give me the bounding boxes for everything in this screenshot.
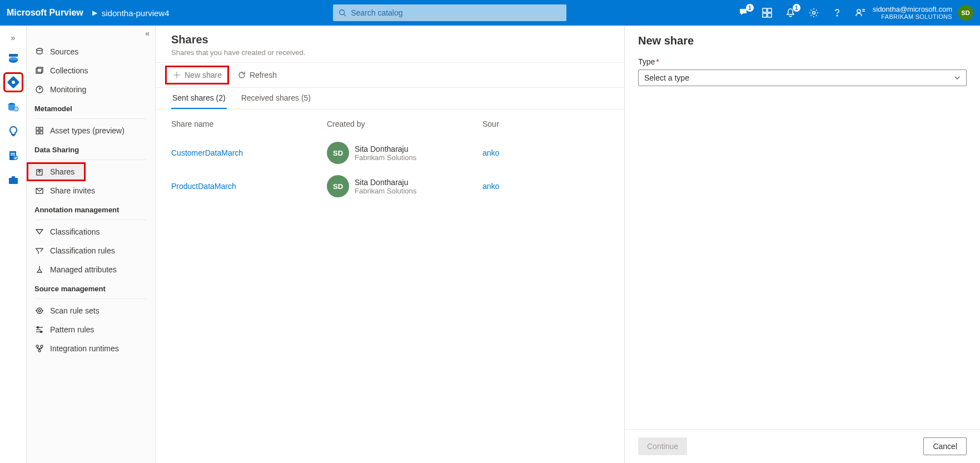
rail-policy-icon[interactable] xyxy=(4,147,22,165)
sidebar-item-share-invites[interactable]: Share invites xyxy=(27,181,155,200)
share-name-link[interactable]: CustomerDataMarch xyxy=(171,148,243,157)
svg-point-42 xyxy=(38,350,41,352)
sidebar-item-label: Integration runtimes xyxy=(50,344,119,353)
sidebar-item-label: Asset types (preview) xyxy=(50,126,125,135)
sidebar-collapse-icon[interactable]: « xyxy=(145,29,150,38)
table-row: ProductDataMarch SD Sita Dontharaju Fabr… xyxy=(156,170,624,203)
type-select[interactable]: Select a type xyxy=(638,69,967,86)
refresh-button[interactable]: Refresh xyxy=(233,68,281,82)
rail-insights-icon[interactable] xyxy=(4,122,22,140)
share-name-link[interactable]: ProductDataMarch xyxy=(171,182,236,191)
svg-rect-3 xyxy=(768,8,772,12)
rail-data-estate-icon[interactable] xyxy=(4,98,22,116)
asset-types-icon xyxy=(34,126,44,136)
sidebar-item-monitoring[interactable]: Monitoring xyxy=(27,80,155,99)
svg-rect-19 xyxy=(11,155,15,156)
avatar[interactable]: SD xyxy=(958,5,973,21)
tab-sent-shares[interactable]: Sent shares (2) xyxy=(171,88,227,109)
svg-rect-28 xyxy=(40,127,43,130)
sidebar-item-label: Share invites xyxy=(50,186,95,195)
support-icon[interactable] xyxy=(854,6,867,19)
table-header: Share name Created by Sour xyxy=(156,109,624,136)
account-org: FABRIKAM SOLUTIONS xyxy=(881,13,952,21)
breadcrumb-chevron-icon: ▶ xyxy=(92,9,97,17)
panel-title: New share xyxy=(638,34,967,47)
svg-point-39 xyxy=(41,331,42,333)
sidebar-item-scan-rule-sets[interactable]: Scan rule sets xyxy=(27,301,155,320)
left-rail: » xyxy=(0,26,27,463)
type-field-label: Type* xyxy=(638,57,967,66)
notifications-icon[interactable]: 1 xyxy=(784,6,797,19)
sidebar-item-collections[interactable]: Collections xyxy=(27,61,155,80)
sidebar-item-label: Monitoring xyxy=(50,85,86,94)
rail-data-catalog-icon[interactable] xyxy=(4,49,22,67)
svg-point-15 xyxy=(14,107,18,111)
col-source[interactable]: Sour xyxy=(482,120,609,128)
settings-icon[interactable] xyxy=(807,6,820,19)
source-link[interactable]: anko xyxy=(482,148,499,157)
notifications-badge: 1 xyxy=(793,4,800,12)
sidebar-item-label: Classifications xyxy=(50,227,100,236)
classifications-icon xyxy=(34,227,44,237)
feedback-icon[interactable]: 1 xyxy=(737,6,750,19)
chevron-down-icon xyxy=(954,74,961,81)
sidebar-item-label: Pattern rules xyxy=(50,325,94,334)
svg-point-38 xyxy=(37,327,39,328)
refresh-icon xyxy=(237,71,246,79)
svg-rect-29 xyxy=(36,131,39,134)
sidebar-item-managed-attributes[interactable]: Managed attributes xyxy=(27,260,155,279)
continue-button[interactable]: Continue xyxy=(638,437,687,455)
col-share-name[interactable]: Share name xyxy=(171,120,327,128)
new-share-button[interactable]: New share xyxy=(167,67,227,83)
scan-rule-sets-icon xyxy=(34,306,44,316)
product-name[interactable]: Microsoft Purview xyxy=(7,8,83,18)
workspace-name[interactable]: sidontha-purview4 xyxy=(102,8,170,18)
source-link[interactable]: anko xyxy=(482,182,499,191)
svg-rect-9 xyxy=(9,54,18,57)
cancel-button[interactable]: Cancel xyxy=(923,437,967,455)
rail-data-map-icon[interactable] xyxy=(4,73,22,91)
sidebar-item-label: Managed attributes xyxy=(50,265,117,274)
svg-point-6 xyxy=(812,12,815,14)
creator-avatar: SD xyxy=(327,142,349,164)
new-share-panel: New share Type* Select a type Continue C… xyxy=(624,26,980,463)
tabs: Sent shares (2) Received shares (5) xyxy=(156,88,624,109)
creator-org: Fabrikam Solutions xyxy=(355,153,416,162)
sources-icon xyxy=(34,47,44,57)
shares-icon xyxy=(34,167,44,177)
rail-management-icon[interactable] xyxy=(4,171,22,189)
sidebar-item-sources[interactable]: Sources xyxy=(27,42,155,61)
pattern-rules-icon xyxy=(34,325,44,335)
refresh-label: Refresh xyxy=(250,71,277,79)
page-title: Shares xyxy=(171,33,609,46)
search-input[interactable]: Search catalog xyxy=(333,4,566,21)
sidebar-item-classifications[interactable]: Classifications xyxy=(27,222,155,241)
sidebar-item-pattern-rules[interactable]: Pattern rules xyxy=(27,320,155,339)
sidebar-group-metamodel: Metamodel xyxy=(27,99,155,116)
sidebar-group-source-mgmt: Source management xyxy=(27,279,155,296)
sidebar-item-label: Shares xyxy=(50,167,74,176)
svg-rect-27 xyxy=(36,127,39,130)
new-share-label: New share xyxy=(185,71,222,79)
sidebar-item-asset-types[interactable]: Asset types (preview) xyxy=(27,121,155,140)
sidebar-item-shares[interactable]: Shares xyxy=(27,162,86,181)
app-header: Microsoft Purview ▶ sidontha-purview4 Se… xyxy=(0,0,980,26)
integration-runtimes-icon xyxy=(34,343,44,354)
account-info[interactable]: sidontha@microsoft.com FABRIKAM SOLUTION… xyxy=(873,5,952,21)
plus-icon xyxy=(172,71,181,79)
sidebar-item-label: Scan rule sets xyxy=(50,306,100,315)
tab-received-shares[interactable]: Received shares (5) xyxy=(240,88,312,109)
sidebar-item-integration-runtimes[interactable]: Integration runtimes xyxy=(27,339,155,358)
sidebar-item-label: Sources xyxy=(50,47,78,56)
share-invites-icon xyxy=(34,186,44,196)
rail-expand-icon[interactable]: » xyxy=(0,30,26,46)
creator-avatar: SD xyxy=(327,175,349,197)
svg-rect-5 xyxy=(768,13,772,17)
col-created-by[interactable]: Created by xyxy=(327,120,482,128)
sidebar: « Sources Collections Monitoring Metamod… xyxy=(27,26,156,463)
help-icon[interactable] xyxy=(830,6,844,19)
svg-rect-18 xyxy=(11,153,15,154)
directory-icon[interactable] xyxy=(760,6,774,19)
sidebar-group-annotation: Annotation management xyxy=(27,200,155,217)
sidebar-item-classification-rules[interactable]: Classification rules xyxy=(27,241,155,260)
